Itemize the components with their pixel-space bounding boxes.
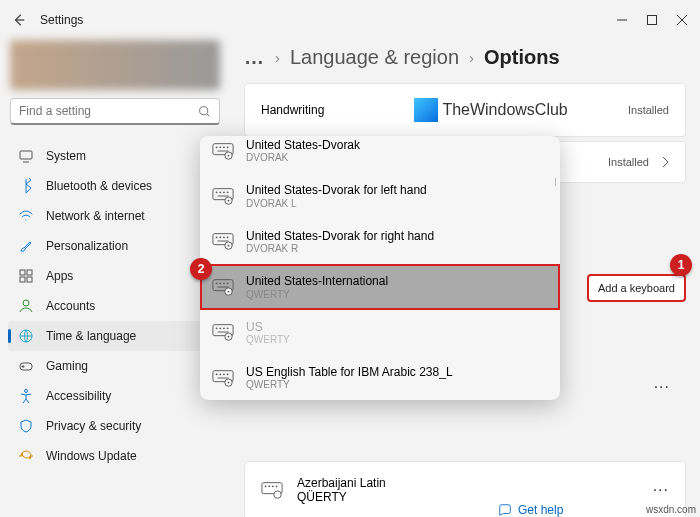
svg-point-25 <box>216 191 218 193</box>
keyboard-name: Azerbaijani Latin <box>297 476 386 490</box>
svg-point-44 <box>228 291 230 293</box>
svg-point-42 <box>227 282 229 284</box>
more-icon[interactable]: ··· <box>654 378 670 396</box>
sidebar-item-network-internet[interactable]: Network & internet <box>8 201 222 231</box>
svg-rect-4 <box>27 270 32 275</box>
svg-rect-6 <box>27 277 32 282</box>
sidebar-item-label: Windows Update <box>46 449 137 463</box>
sidebar-item-label: System <box>46 149 86 163</box>
help-label: Get help <box>518 503 563 517</box>
brush-icon <box>18 238 34 254</box>
system-icon <box>18 148 34 164</box>
sidebar-item-label: Personalization <box>46 239 128 253</box>
wifi-icon <box>18 208 34 224</box>
scrollbar[interactable] <box>555 178 556 186</box>
breadcrumb-item[interactable]: Language & region <box>290 46 459 69</box>
maximize-icon[interactable] <box>646 14 658 26</box>
svg-rect-5 <box>20 277 25 282</box>
keyboard-dropdown: United States-DvorakDVORAKUnited States-… <box>200 136 560 400</box>
breadcrumb-ellipsis[interactable]: … <box>244 46 265 69</box>
keyboard-layout: QWERTY <box>246 379 453 390</box>
globe-icon <box>18 328 34 344</box>
keyboard-layout: QWERTY <box>246 289 388 300</box>
keyboard-icon <box>212 142 234 160</box>
keyboard-name: US <box>246 320 290 334</box>
sidebar-item-privacy-security[interactable]: Privacy & security <box>8 411 222 441</box>
search-box[interactable] <box>10 98 220 125</box>
sidebar-item-accounts[interactable]: Accounts <box>8 291 222 321</box>
get-help-link[interactable]: Get help <box>498 503 563 517</box>
sidebar-item-label: Accounts <box>46 299 95 313</box>
minimize-icon[interactable] <box>616 14 628 26</box>
sidebar-item-label: Privacy & security <box>46 419 141 433</box>
sidebar-item-accessibility[interactable]: Accessibility <box>8 381 222 411</box>
svg-point-46 <box>216 328 218 330</box>
bluetooth-icon <box>18 178 34 194</box>
keyboard-icon <box>212 278 234 296</box>
svg-point-12 <box>265 485 267 487</box>
sidebar-item-label: Network & internet <box>46 209 145 223</box>
svg-point-21 <box>227 146 229 148</box>
apps-icon <box>18 268 34 284</box>
keyboard-icon <box>261 481 283 499</box>
svg-point-27 <box>223 191 225 193</box>
more-icon[interactable]: ··· <box>653 481 669 499</box>
profile-blur <box>10 40 220 90</box>
sidebar-item-windows-update[interactable]: Windows Update <box>8 441 222 471</box>
keyboard-option[interactable]: United States-DvorakDVORAK <box>200 136 560 173</box>
add-keyboard-button[interactable]: Add a keyboard <box>587 274 686 302</box>
breadcrumb-current: Options <box>484 46 560 69</box>
keyboard-name: United States-Dvorak for left hand <box>246 183 427 197</box>
svg-point-48 <box>223 328 225 330</box>
svg-rect-3 <box>20 270 25 275</box>
keyboard-name: US English Table for IBM Arabic 238_L <box>246 365 453 379</box>
keyboard-option[interactable]: United States-Dvorak for right handDVORA… <box>200 219 560 264</box>
svg-point-58 <box>228 381 230 383</box>
watermark-logo: TheWindowsClub <box>414 98 567 122</box>
window-title: Settings <box>40 13 616 27</box>
back-icon[interactable] <box>12 13 26 27</box>
svg-point-37 <box>228 245 230 247</box>
sidebar-item-personalization[interactable]: Personalization <box>8 231 222 261</box>
sidebar-item-time-language[interactable]: Time & language <box>8 321 222 351</box>
help-icon <box>498 503 512 517</box>
sidebar-item-bluetooth-devices[interactable]: Bluetooth & devices <box>8 171 222 201</box>
watermark: wsxdn.com <box>646 504 696 515</box>
svg-point-33 <box>219 237 221 239</box>
chevron-right-icon: › <box>275 49 280 66</box>
svg-point-55 <box>223 373 225 375</box>
handwriting-card[interactable]: Handwriting TheWindowsClub Installed <box>244 83 686 137</box>
svg-point-19 <box>219 146 221 148</box>
keyboard-option[interactable]: United States-Dvorak for left handDVORAK… <box>200 173 560 218</box>
update-icon <box>18 448 34 464</box>
keyboard-icon <box>212 187 234 205</box>
svg-point-53 <box>216 373 218 375</box>
svg-point-18 <box>216 146 218 148</box>
svg-point-26 <box>219 191 221 193</box>
keyboard-layout: DVORAK <box>246 152 360 163</box>
svg-point-51 <box>228 336 230 338</box>
svg-point-7 <box>23 300 29 306</box>
keyboard-option[interactable]: United States-InternationalQWERTY <box>200 264 560 309</box>
keyboard-name: United States-Dvorak <box>246 138 360 152</box>
logo-square-icon <box>414 98 438 122</box>
sidebar-item-gaming[interactable]: Gaming <box>8 351 222 381</box>
status-badge: Installed <box>628 104 669 116</box>
sidebar-item-system[interactable]: System <box>8 141 222 171</box>
svg-point-1 <box>200 106 208 114</box>
chevron-right-icon: › <box>469 49 474 66</box>
keyboard-name: United States-International <box>246 274 388 288</box>
card-label: Handwriting <box>261 103 324 117</box>
sidebar-item-label: Time & language <box>46 329 136 343</box>
shield-icon <box>18 418 34 434</box>
keyboard-option[interactable]: US English Table for IBM Arabic 238_LQWE… <box>200 355 560 400</box>
search-input[interactable] <box>19 104 198 118</box>
nav-list: SystemBluetooth & devicesNetwork & inter… <box>8 141 222 471</box>
svg-rect-0 <box>648 16 657 25</box>
keyboard-layout: DVORAK R <box>246 243 434 254</box>
svg-point-32 <box>216 237 218 239</box>
svg-point-10 <box>25 390 28 393</box>
close-icon[interactable] <box>676 14 688 26</box>
keyboard-layout: DVORAK L <box>246 198 427 209</box>
keyboard-row[interactable]: Azerbaijani Latin QÜERTY ··· <box>244 461 686 517</box>
